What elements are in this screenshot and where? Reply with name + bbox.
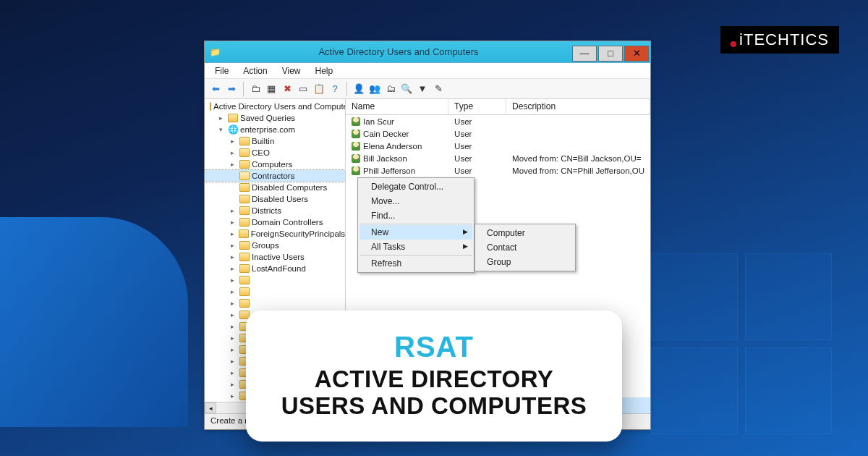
tree-node-selected[interactable]: Contractors <box>205 170 345 182</box>
new-group-icon[interactable]: 👥 <box>368 83 381 96</box>
forward-icon[interactable]: ➡ <box>225 83 238 96</box>
user-icon <box>352 130 360 138</box>
up-icon[interactable]: 🗀 <box>249 83 262 96</box>
tree-node[interactable]: ▸ForeignSecurityPrincipals <box>205 228 345 240</box>
list-row[interactable]: Elena AndersonUser <box>346 140 650 152</box>
menu-help[interactable]: Help <box>310 64 339 77</box>
tree-node[interactable]: ▸Districts <box>205 205 345 216</box>
col-desc[interactable]: Description <box>506 99 650 114</box>
tree-node[interactable]: ▸LostAndFound <box>205 263 345 274</box>
chevron-right-icon: ▶ <box>463 242 468 250</box>
tree-node[interactable]: ▸ <box>205 274 345 286</box>
tree-domain[interactable]: ▾🌐enterprise.com <box>205 124 345 135</box>
tree-root[interactable]: Active Directory Users and Computers [pd… <box>205 101 345 112</box>
ctx-move[interactable]: Move... <box>359 194 472 208</box>
bg-windows-logo <box>651 253 839 456</box>
list-row[interactable]: Phill JeffersonUserMoved from: CN=Phill … <box>346 164 650 177</box>
tree-node[interactable]: ▸Builtin <box>205 135 345 147</box>
close-button[interactable]: ✕ <box>624 46 649 62</box>
add-query-icon[interactable]: ✎ <box>432 83 445 96</box>
menu-view[interactable]: View <box>276 64 307 77</box>
tree-saved-queries[interactable]: ▸Saved Queries <box>205 112 345 124</box>
menu-file[interactable]: File <box>209 64 234 77</box>
submenu-new[interactable]: Computer Contact Group <box>475 224 576 271</box>
user-icon <box>352 117 360 126</box>
ctx-find[interactable]: Find... <box>359 208 472 224</box>
minimize-button[interactable]: — <box>572 46 597 62</box>
ctx-alltasks[interactable]: All Tasks▶ <box>359 240 472 256</box>
user-icon <box>352 142 360 151</box>
brand-logo: iTECHTICS <box>720 26 839 54</box>
back-icon[interactable]: ⬅ <box>209 83 222 96</box>
filter-icon[interactable]: ▼ <box>416 83 429 96</box>
menu-action[interactable]: Action <box>237 64 273 77</box>
toolbar: ⬅ ➡ 🗀 ▦ ✖ ▭ 📋 ? 👤 👥 🗂 🔍 ▼ ✎ <box>205 79 650 99</box>
list-header[interactable]: Name Type Description <box>346 99 650 115</box>
help-icon[interactable]: ? <box>328 83 341 96</box>
new-ou-icon[interactable]: 🗂 <box>384 83 397 96</box>
delete-icon[interactable]: ✖ <box>281 83 294 96</box>
titlebar[interactable]: 📁 Active Directory Users and Computers —… <box>205 41 650 63</box>
tree-node[interactable]: ▸Groups <box>205 240 345 251</box>
list-row[interactable]: Ian ScurUser <box>346 115 650 127</box>
col-name[interactable]: Name <box>346 99 448 114</box>
bg-swoosh <box>0 217 188 427</box>
submenu-computer[interactable]: Computer <box>477 226 574 240</box>
scroll-left-icon[interactable]: ◂ <box>205 402 216 413</box>
ctx-refresh[interactable]: Refresh <box>359 256 472 271</box>
ctx-delegate[interactable]: Delegate Control... <box>359 180 472 194</box>
new-user-icon[interactable]: 👤 <box>352 83 365 96</box>
col-type[interactable]: Type <box>448 99 506 114</box>
tree-node[interactable]: ▸CEO <box>205 147 345 159</box>
user-icon <box>352 154 360 163</box>
chevron-right-icon: ▶ <box>463 228 468 235</box>
properties-icon[interactable]: ▭ <box>297 83 310 96</box>
tree-node[interactable]: ▸ <box>205 297 345 309</box>
tree-node[interactable]: ▸Computers <box>205 159 345 170</box>
tree-node[interactable]: Disabled Computers <box>205 182 345 193</box>
card-subtitle: ACTIVE DIRECTORY USERS AND COMPUTERS <box>275 366 593 420</box>
maximize-button[interactable]: □ <box>598 46 623 62</box>
list-row[interactable]: Bill JacksonUserMoved from: CN=Bill Jack… <box>346 152 650 164</box>
context-menu[interactable]: Delegate Control... Move... Find... New▶… <box>357 177 475 273</box>
tree-node[interactable]: ▸Inactive Users <box>205 251 345 263</box>
find-icon[interactable]: 🔍 <box>400 83 413 96</box>
window-title: Active Directory Users and Computers <box>225 46 572 57</box>
tree-node[interactable]: ▸Domain Controllers <box>205 216 345 228</box>
window-icon: 📁 <box>205 47 225 57</box>
list-row[interactable]: Cain DeckerUser <box>346 127 650 140</box>
menubar: File Action View Help <box>205 63 650 79</box>
ctx-new[interactable]: New▶ <box>359 225 472 240</box>
submenu-contact[interactable]: Contact <box>477 240 574 255</box>
submenu-group[interactable]: Group <box>477 255 574 269</box>
list-icon[interactable]: ▦ <box>265 83 278 96</box>
card-title: RSAT <box>275 331 593 363</box>
title-card: RSAT ACTIVE DIRECTORY USERS AND COMPUTER… <box>246 311 622 442</box>
tree-node[interactable]: Disabled Users <box>205 193 345 205</box>
user-icon <box>352 166 360 175</box>
refresh-icon[interactable]: 📋 <box>312 83 326 96</box>
tree-node[interactable]: ▸ <box>205 286 345 297</box>
